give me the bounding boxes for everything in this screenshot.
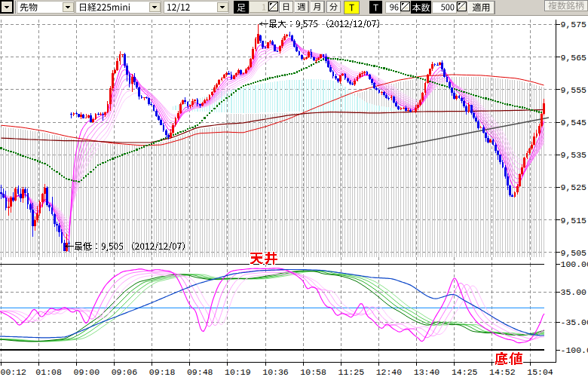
svg-text:9,525: 9,525 (561, 182, 587, 192)
svg-text:9,535: 9,535 (561, 150, 587, 160)
svg-text:10:19: 10:19 (225, 367, 251, 377)
svg-text:9,505: 9,505 (561, 248, 587, 258)
svg-text:-35.00: -35.00 (561, 317, 588, 327)
svg-text:14:52: 14:52 (489, 367, 516, 377)
svg-text:13:40: 13:40 (414, 367, 440, 377)
svg-text:00:12: 00:12 (1, 367, 27, 377)
svg-text:9,545: 9,545 (561, 118, 587, 127)
svg-text:09:06: 09:06 (112, 367, 138, 377)
svg-text:09:00: 09:00 (74, 367, 100, 377)
svg-text:09:18: 09:18 (149, 367, 176, 377)
svg-text:9,575: 9,575 (561, 20, 587, 29)
svg-text:35.00: 35.00 (561, 287, 587, 297)
svg-text:11:25: 11:25 (338, 367, 365, 377)
svg-text:15:04: 15:04 (527, 367, 553, 377)
svg-text:9,565: 9,565 (561, 53, 587, 63)
svg-text:9,515: 9,515 (561, 216, 587, 225)
svg-text:9,555: 9,555 (561, 85, 587, 95)
svg-text:100.00: 100.00 (561, 259, 588, 269)
svg-text:-100.00: -100.00 (561, 345, 588, 355)
svg-text:01:08: 01:08 (35, 367, 62, 377)
svg-text:10:58: 10:58 (300, 367, 326, 377)
svg-text:10:36: 10:36 (262, 367, 289, 377)
svg-text:12:40: 12:40 (376, 367, 403, 377)
svg-text:14:25: 14:25 (452, 367, 478, 377)
svg-text:09:48: 09:48 (187, 367, 213, 377)
